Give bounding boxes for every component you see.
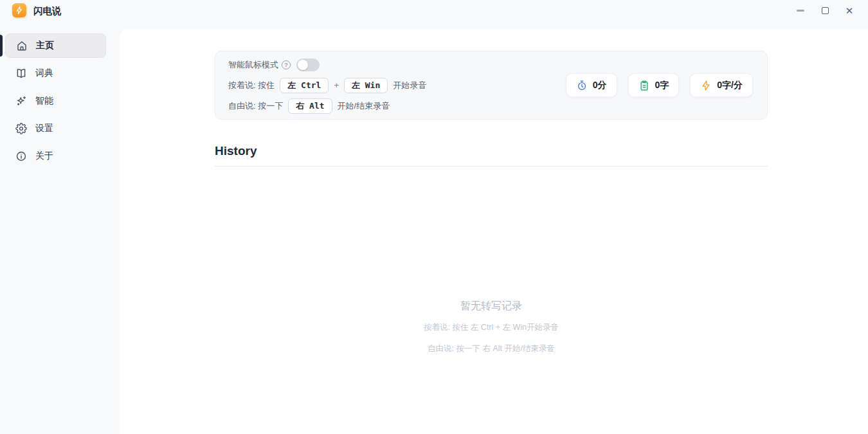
sidebar-item-label: 主页	[36, 40, 54, 51]
main-content: 智能鼠标模式 ? 按着说: 按住 左 Ctrl + 左 Win 开始录音 自由说…	[120, 29, 868, 434]
gear-icon	[15, 123, 27, 134]
sidebar-item-about[interactable]: 关于	[5, 144, 106, 168]
empty-state-hint-hold: 按着说: 按住 左 Ctrl + 左 Win开始录音	[215, 322, 768, 333]
sidebar: 主页 词典 智能 设置	[0, 29, 120, 434]
timer-icon	[576, 80, 588, 91]
hotkey-lines: 智能鼠标模式 ? 按着说: 按住 左 Ctrl + 左 Win 开始录音 自由说…	[228, 57, 426, 114]
help-icon[interactable]: ?	[282, 60, 291, 69]
free-talk-row: 自由说: 按一下 右 Alt 开始/结束录音	[228, 98, 426, 114]
titlebar: 闪电说 ✕	[0, 0, 868, 29]
active-item-indicator	[0, 35, 3, 57]
hold-to-talk-row: 按着说: 按住 左 Ctrl + 左 Win 开始录音	[228, 77, 426, 93]
minimize-icon	[797, 10, 804, 12]
smart-mouse-toggle[interactable]	[296, 59, 320, 71]
lightning-icon	[700, 80, 712, 91]
sidebar-item-label: 智能	[35, 95, 53, 107]
keycap-left-win: 左 Win	[344, 78, 388, 93]
app-logo-icon	[12, 3, 26, 17]
minimize-button[interactable]	[788, 0, 813, 21]
smart-mouse-label: 智能鼠标模式	[228, 59, 278, 71]
close-button[interactable]: ✕	[837, 0, 862, 21]
stat-speed-value: 0字/分	[717, 80, 743, 91]
empty-state-title: 暂无转写记录	[215, 300, 768, 313]
window-controls: ✕	[788, 0, 862, 21]
stats-row: 0分 0字 0字/分	[566, 73, 753, 97]
clipboard-icon	[638, 80, 650, 91]
sidebar-item-ai[interactable]: 智能	[5, 89, 106, 113]
maximize-button[interactable]	[813, 0, 837, 21]
home-icon	[16, 40, 28, 51]
smart-mouse-row: 智能鼠标模式 ?	[228, 57, 426, 73]
hold-to-talk-prefix: 按着说: 按住	[228, 80, 275, 91]
hold-to-talk-suffix: 开始录音	[393, 80, 426, 91]
sidebar-item-label: 设置	[35, 123, 53, 134]
close-icon: ✕	[845, 6, 854, 15]
sidebar-item-settings[interactable]: 设置	[5, 116, 106, 141]
sidebar-item-label: 关于	[35, 150, 53, 162]
history-divider	[215, 166, 768, 167]
history-title: History	[215, 144, 257, 158]
empty-state-hint-free: 自由说: 按一下 右 Alt 开始/结束录音	[215, 343, 768, 354]
stat-words-value: 0字	[655, 80, 669, 91]
stat-badge-words: 0字	[628, 73, 680, 97]
sidebar-item-label: 词典	[35, 68, 53, 79]
stat-badge-duration: 0分	[566, 73, 617, 97]
maximize-icon	[822, 7, 829, 14]
stat-duration-value: 0分	[593, 80, 607, 91]
toggle-knob	[298, 60, 308, 70]
sidebar-item-home[interactable]: 主页	[5, 33, 106, 58]
stat-badge-speed: 0字/分	[690, 73, 753, 97]
info-icon	[15, 150, 27, 162]
lightning-bolt-icon	[15, 6, 24, 15]
free-talk-prefix: 自由说: 按一下	[228, 100, 283, 112]
keycap-right-alt: 右 Alt	[288, 98, 332, 114]
app-title: 闪电说	[33, 5, 62, 17]
keycap-joiner: +	[334, 80, 339, 90]
free-talk-suffix: 开始/结束录音	[338, 100, 390, 112]
sidebar-item-dictionary[interactable]: 词典	[5, 61, 106, 86]
keycap-left-ctrl: 左 Ctrl	[280, 78, 329, 93]
book-icon	[15, 68, 27, 79]
hotkey-card: 智能鼠标模式 ? 按着说: 按住 左 Ctrl + 左 Win 开始录音 自由说…	[215, 51, 768, 120]
sparkles-icon	[15, 95, 27, 107]
